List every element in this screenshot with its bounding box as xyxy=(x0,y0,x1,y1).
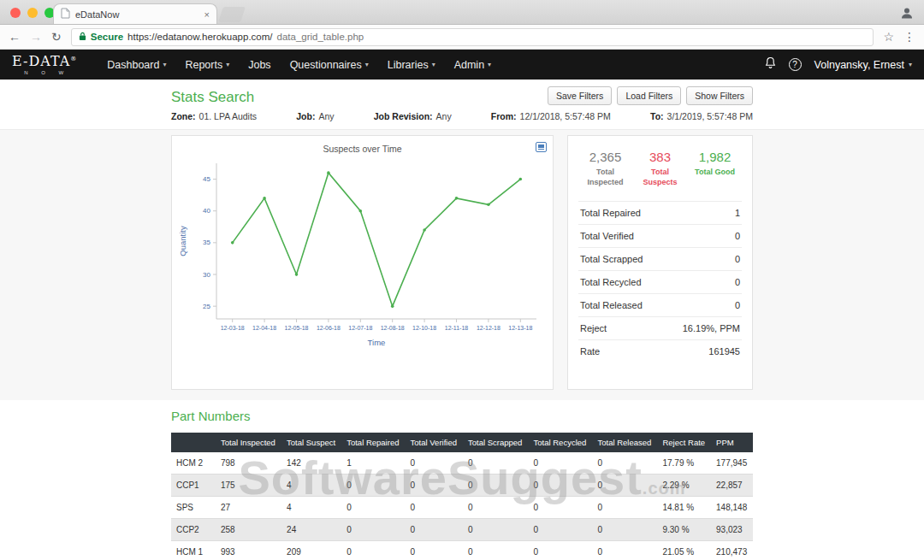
chevron-down-icon: ▾ xyxy=(365,61,369,68)
table-row: HCM 19932090000021.05 %210,473 xyxy=(171,541,753,560)
table-cell: 210,473 xyxy=(711,541,753,560)
lock-icon xyxy=(79,32,86,43)
summary-totals: 2,365Total Inspected383Total Suspects1,9… xyxy=(578,150,742,187)
summary-row-total-repaired: Total Repaired1 xyxy=(578,201,742,224)
filter-to: To:3/1/2019, 5:57:48 PM xyxy=(650,111,753,121)
table-cell: 9.30 % xyxy=(657,519,711,541)
page-title: Stats Search xyxy=(171,90,254,105)
show-filters-button[interactable]: Show Filters xyxy=(686,86,753,105)
filter-job-revision: Job Revision:Any xyxy=(374,111,452,121)
new-tab-button[interactable] xyxy=(218,7,246,22)
table-cell: 0 xyxy=(592,541,657,560)
table-cell: 21.05 % xyxy=(657,541,711,560)
table-cell: 209 xyxy=(281,541,341,560)
nav-item-questionnaires[interactable]: Questionnaires▾ xyxy=(281,50,378,80)
tab-close-icon[interactable]: × xyxy=(204,9,210,20)
nav-item-reports[interactable]: Reports▾ xyxy=(175,50,239,80)
close-window-button[interactable] xyxy=(10,8,21,18)
table-cell: 0 xyxy=(406,497,463,519)
favicon-icon xyxy=(61,7,70,22)
suspects-chart-panel: Suspects over Time 253035404512-03-1812-… xyxy=(171,135,554,390)
reload-icon[interactable]: ↻ xyxy=(51,31,62,43)
help-icon[interactable]: ? xyxy=(789,58,802,71)
nav-item-libraries[interactable]: Libraries▾ xyxy=(378,50,445,80)
table-row: CCP11754000002.29 %22,857 xyxy=(171,475,753,497)
table-cell: 0 xyxy=(463,541,529,560)
summary-row-total-scrapped: Total Scrapped0 xyxy=(578,247,742,270)
table-cell: 93,023 xyxy=(711,519,753,541)
table-cell: 0 xyxy=(406,452,463,475)
url-path: data_grid_table.php xyxy=(277,32,364,42)
edata-logo[interactable]: E-DATA® N O W xyxy=(12,55,77,75)
save-filters-button[interactable]: Save Filters xyxy=(548,86,612,105)
table-cell: 0 xyxy=(463,497,529,519)
svg-text:12-10-18: 12-10-18 xyxy=(412,325,436,331)
column-header-total-inspected: Total Inspected xyxy=(216,433,281,452)
table-cell: 0 xyxy=(341,541,405,560)
table-cell: 0 xyxy=(529,497,593,519)
secure-badge: Secure xyxy=(91,32,123,42)
address-bar[interactable]: Secure https://edatanow.herokuapp.com/ d… xyxy=(71,28,874,46)
line-chart-svg: 253035404512-03-1812-04-1812-05-1812-06-… xyxy=(177,156,548,372)
table-cell: 0 xyxy=(529,475,593,497)
column-header-total-repaired: Total Repaired xyxy=(341,433,405,452)
column-header-total-verified: Total Verified xyxy=(406,433,463,452)
nav-item-admin[interactable]: Admin▾ xyxy=(445,50,500,80)
column-header-total-recycled: Total Recycled xyxy=(529,433,593,452)
browser-menu-icon[interactable]: ⋮ xyxy=(903,31,915,43)
chevron-down-icon: ▾ xyxy=(432,61,435,68)
notifications-bell-icon[interactable] xyxy=(765,56,776,73)
column-header-total-suspect: Total Suspect xyxy=(281,433,341,452)
summary-row-label: Total Recycled xyxy=(580,277,642,287)
part-name-cell: HCM 1 xyxy=(171,541,216,560)
part-name-cell: CCP2 xyxy=(171,519,216,541)
bookmark-star-icon[interactable]: ☆ xyxy=(883,31,894,43)
svg-text:45: 45 xyxy=(203,175,210,183)
minimize-window-button[interactable] xyxy=(27,8,38,18)
column-header-total-released: Total Released xyxy=(592,433,657,452)
summary-panel: 2,365Total Inspected383Total Suspects1,9… xyxy=(567,135,753,390)
summary-row-label: Total Verified xyxy=(580,231,634,241)
url-domain: https://edatanow.herokuapp.com/ xyxy=(127,32,272,42)
nav-item-dashboard[interactable]: Dashboard▾ xyxy=(98,50,175,80)
chart-export-icon[interactable] xyxy=(536,142,547,152)
chevron-down-icon: ▾ xyxy=(909,61,912,68)
browser-tab[interactable]: eDataNow × xyxy=(53,3,217,24)
part-name-cell: HCM 2 xyxy=(171,452,216,475)
filter-row: Zone:01. LPA AuditsJob:AnyJob Revision:A… xyxy=(171,111,753,129)
total-label: Total Suspects xyxy=(633,168,687,187)
filter-value: Any xyxy=(436,111,452,121)
summary-rows: Total Repaired1Total Verified0Total Scra… xyxy=(578,201,742,363)
column-header-total-scrapped: Total Scrapped xyxy=(463,433,529,452)
nav-item-label: Dashboard xyxy=(107,59,159,71)
svg-text:12-03-18: 12-03-18 xyxy=(221,325,245,331)
table-cell: 4 xyxy=(281,497,341,519)
svg-text:12-11-18: 12-11-18 xyxy=(445,325,469,331)
column-header-blank xyxy=(171,433,216,452)
nav-item-jobs[interactable]: Jobs xyxy=(239,50,280,80)
table-row: HCM 27981421000017.79 %177,945 xyxy=(171,452,753,475)
profile-icon[interactable] xyxy=(900,6,914,23)
svg-text:Quantity: Quantity xyxy=(178,226,187,256)
load-filters-button[interactable]: Load Filters xyxy=(617,86,681,105)
svg-text:12-12-18: 12-12-18 xyxy=(477,325,500,331)
total-total-good: 1,982Total Good xyxy=(688,150,742,187)
svg-text:12-04-18: 12-04-18 xyxy=(252,325,276,331)
forward-icon[interactable]: → xyxy=(30,31,42,43)
table-cell: 0 xyxy=(592,452,657,475)
svg-text:25: 25 xyxy=(203,303,210,310)
filter-value: Any xyxy=(318,111,334,121)
part-table-body: HCM 27981421000017.79 %177,945CCP1175400… xyxy=(171,452,753,560)
user-menu[interactable]: Volnyansky, Ernest ▾ xyxy=(814,59,912,71)
summary-row-label: Reject xyxy=(580,323,607,333)
table-cell: 0 xyxy=(341,497,405,519)
filter-label: Job: xyxy=(296,111,315,121)
table-cell: 0 xyxy=(463,452,529,475)
table-cell: 0 xyxy=(463,519,529,541)
table-cell: 0 xyxy=(463,475,529,497)
filter-from: From:12/1/2018, 5:57:48 PM xyxy=(491,111,611,121)
total-label: Total Inspected xyxy=(578,168,632,187)
table-cell: 258 xyxy=(216,519,281,541)
filter-label: Job Revision: xyxy=(374,111,433,121)
back-icon[interactable]: ← xyxy=(9,31,21,43)
